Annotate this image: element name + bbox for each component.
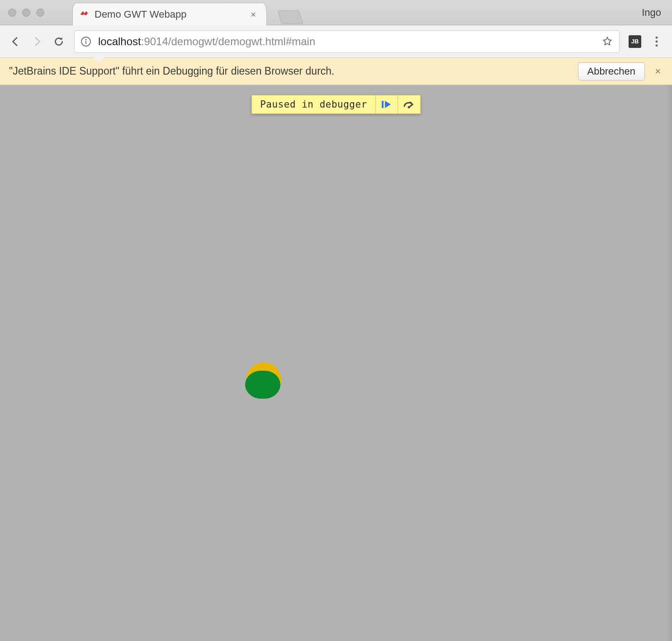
new-tab-button[interactable]	[277, 10, 303, 24]
debug-infobar: "JetBrains IDE Support" führt ein Debugg…	[0, 58, 672, 85]
address-bar[interactable]: localhost:9014/demogwt/demogwt.html#main	[74, 30, 620, 53]
infobar-cancel-button[interactable]: Abbrechen	[578, 62, 645, 80]
debugger-step-over-button[interactable]	[398, 95, 421, 114]
forward-button[interactable]	[31, 35, 43, 48]
browser-tab[interactable]: Demo GWT Webapp ×	[72, 3, 267, 25]
url-text: localhost:9014/demogwt/demogwt.html#main	[98, 35, 596, 48]
browser-toolbar: localhost:9014/demogwt/demogwt.html#main…	[0, 25, 672, 58]
tab-title: Demo GWT Webapp	[95, 9, 244, 20]
loading-spinner-icon	[246, 363, 281, 398]
jetbrains-extension-icon[interactable]: JB	[629, 35, 641, 48]
window-close-button[interactable]	[8, 9, 16, 17]
url-path: /demogwt/demogwt.html#main	[168, 35, 315, 47]
svg-point-4	[656, 40, 658, 42]
debugger-overlay: Paused in debugger	[251, 95, 421, 114]
window-zoom-button[interactable]	[36, 9, 44, 17]
profile-name[interactable]: Ingo	[642, 7, 664, 19]
svg-point-3	[656, 36, 658, 38]
svg-rect-6	[382, 101, 383, 108]
svg-point-5	[656, 44, 658, 47]
scrollbar[interactable]	[666, 85, 672, 641]
back-button[interactable]	[9, 35, 22, 48]
reload-button[interactable]	[52, 35, 65, 48]
infobar-text: "JetBrains IDE Support" führt ein Debugg…	[9, 65, 570, 77]
debugger-message: Paused in debugger	[251, 95, 375, 114]
site-info-icon[interactable]	[80, 36, 92, 47]
svg-point-1	[85, 38, 86, 40]
bookmark-star-icon[interactable]	[602, 36, 614, 47]
debugger-resume-button[interactable]	[375, 95, 398, 114]
window-minimize-button[interactable]	[22, 9, 30, 17]
window-titlebar: Demo GWT Webapp × Ingo	[0, 0, 672, 25]
gwt-icon	[79, 9, 89, 19]
url-host: localhost	[98, 35, 141, 47]
tab-close-button[interactable]: ×	[249, 10, 257, 19]
svg-rect-2	[85, 41, 86, 44]
browser-menu-button[interactable]	[650, 35, 663, 48]
url-port: :9014	[141, 35, 168, 47]
infobar-close-button[interactable]: ×	[653, 66, 663, 76]
page-viewport: Paused in debugger	[0, 85, 672, 641]
window-controls	[8, 9, 44, 17]
svg-point-7	[408, 106, 410, 108]
